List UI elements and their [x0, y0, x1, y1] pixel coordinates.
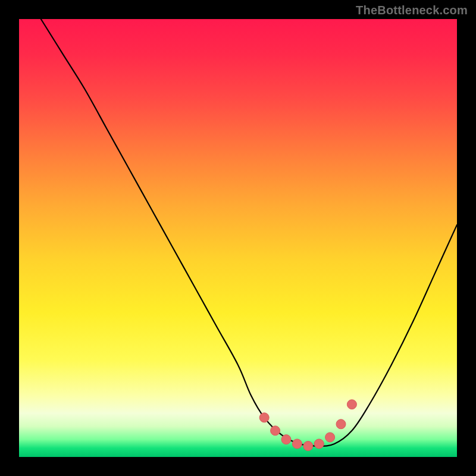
- watermark-text: TheBottleneck.com: [356, 4, 468, 17]
- chart-svg: [19, 19, 457, 457]
- curve-path: [41, 19, 457, 446]
- marker-dot: [325, 433, 335, 442]
- optimal-region-markers: [259, 400, 356, 451]
- bottleneck-curve: [41, 19, 457, 446]
- plot-area: [19, 19, 457, 457]
- chart-stage: TheBottleneck.com: [0, 0, 476, 476]
- marker-dot: [347, 400, 356, 409]
- marker-dot: [314, 439, 324, 449]
- marker-dot: [303, 441, 313, 451]
- marker-dot: [281, 435, 291, 444]
- marker-dot: [259, 413, 269, 422]
- marker-dot: [336, 419, 346, 429]
- marker-dot: [271, 426, 280, 436]
- marker-dot: [292, 439, 302, 449]
